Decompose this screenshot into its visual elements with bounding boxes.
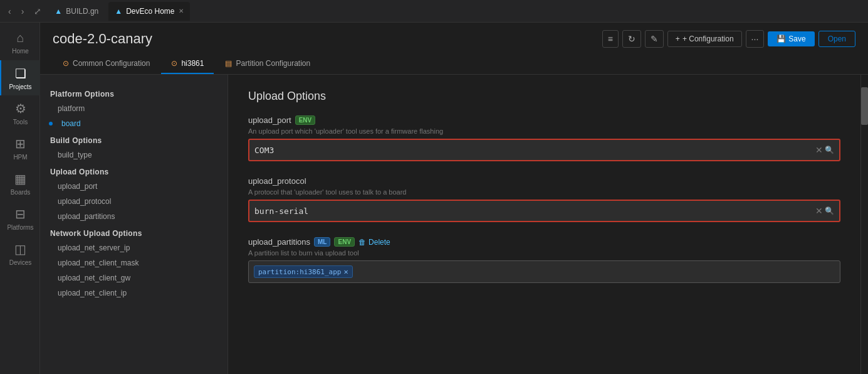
upload-protocol-description: A protocol that 'uploader' tool uses to … (248, 188, 840, 196)
upload-protocol-clear-button[interactable]: ✕ (813, 206, 825, 216)
edit-button[interactable]: ✎ (645, 30, 664, 48)
nav-section-platform-options: Platform Options (40, 85, 227, 101)
nav-section-build-options: Build Options (40, 131, 227, 147)
sidebar-label-tools: Tools (13, 119, 28, 126)
save-label: Save (788, 35, 805, 43)
main-layout: ⌂ Home ❏ Projects ⚙ Tools ⊞ HPM ▦ Boards… (0, 23, 868, 374)
nav-upload-net-client-mask-label: upload_net_client_mask (58, 259, 139, 267)
hi3861-tab-label: hi3861 (181, 59, 204, 68)
upload-protocol-input[interactable] (254, 206, 813, 216)
upload-protocol-label: upload_protocol (248, 176, 306, 186)
upload-protocol-search-button[interactable]: 🔍 (825, 206, 834, 215)
partition-tag-close-button[interactable]: ✕ (343, 267, 348, 276)
upload-partitions-ml-badge: ML (314, 237, 330, 247)
nav-section-network-upload-options: Network Upload Options (40, 224, 227, 240)
home-icon: ⌂ (16, 31, 24, 45)
more-options-button[interactable]: ··· (746, 30, 765, 48)
upload-partitions-description: A partition list to burn via upload tool (248, 249, 840, 257)
sidebar-item-boards[interactable]: ▦ Boards (0, 166, 40, 201)
upload-port-env-badge: ENV (295, 115, 316, 125)
upload-port-input[interactable] (254, 146, 813, 155)
nav-upload-net-server-ip-label: upload_net_server_ip (58, 243, 130, 252)
upload-partitions-label-row: upload_partitions ML ENV 🗑 Delete (248, 237, 840, 247)
tab-partition-configuration[interactable]: ▤ Partition Configuration (215, 54, 320, 74)
nav-item-upload-net-client-ip[interactable]: upload_net_client_ip (40, 286, 227, 301)
nav-item-upload-port[interactable]: upload_port (40, 179, 227, 194)
nav-back-button[interactable]: ‹ (5, 5, 14, 18)
page-title-row: code-2.0-canary ≡ ↻ ✎ + + Configuration … (53, 30, 855, 48)
upload-protocol-input-row: ✕ 🔍 (248, 200, 840, 222)
nav-item-build-type[interactable]: build_type (40, 147, 227, 163)
nav-item-upload-partitions[interactable]: upload_partitions (40, 209, 227, 224)
refresh-button[interactable]: ↻ (622, 30, 641, 48)
sidebar-item-projects[interactable]: ❏ Projects (0, 60, 40, 95)
upload-partitions-env-badge: ENV (334, 237, 355, 247)
title-bar: ‹ › ⤢ ▲ BUILD.gn ▲ DevEco Home ✕ (0, 0, 868, 23)
tab-build-gn-label: BUILD.gn (66, 7, 98, 16)
page-title: code-2.0-canary (53, 31, 152, 47)
tab-build-gn[interactable]: ▲ BUILD.gn (48, 2, 105, 21)
upload-partitions-delete-link[interactable]: 🗑 Delete (358, 238, 390, 247)
nav-upload-net-client-gw-label: upload_net_client_gw (58, 274, 130, 282)
save-icon: 💾 (776, 35, 786, 43)
tab-deveco-home[interactable]: ▲ DevEco Home ✕ (108, 2, 189, 21)
build-gn-icon: ▲ (55, 7, 62, 16)
hpm-icon: ⊞ (15, 136, 26, 151)
open-button[interactable]: Open (818, 31, 855, 47)
upload-port-label: upload_port (248, 115, 291, 125)
save-button[interactable]: 💾 Save (768, 31, 814, 46)
upload-port-description: An upload port which 'uploader' tool use… (248, 127, 840, 135)
expand-button[interactable]: ⤢ (31, 5, 44, 18)
sidebar-item-devices[interactable]: ◫ Devices (0, 236, 40, 271)
sidebar-item-hpm[interactable]: ⊞ HPM (0, 131, 40, 166)
tab-deveco-close-icon[interactable]: ✕ (179, 8, 184, 14)
nav-board-label: board (61, 119, 81, 128)
page-header: code-2.0-canary ≡ ↻ ✎ + + Configuration … (40, 23, 868, 75)
sidebar-icons: ⌂ Home ❏ Projects ⚙ Tools ⊞ HPM ▦ Boards… (0, 23, 40, 374)
nav-forward-button[interactable]: › (18, 5, 28, 18)
common-config-tab-icon: ⊙ (63, 59, 69, 68)
tab-hi3861[interactable]: ⊙ hi3861 (161, 54, 214, 74)
upload-options-heading: Upload Options (248, 90, 840, 103)
config-plus-icon: + (676, 35, 680, 43)
nav-item-platform[interactable]: platform (40, 101, 227, 116)
nav-upload-net-client-ip-label: upload_net_client_ip (58, 289, 127, 297)
upload-port-clear-button[interactable]: ✕ (813, 145, 825, 155)
sidebar-label-boards: Boards (11, 189, 31, 196)
delete-icon: 🗑 (358, 238, 366, 247)
sidebar-item-home[interactable]: ⌂ Home (0, 25, 40, 60)
nav-item-board[interactable]: board (40, 116, 227, 131)
projects-icon: ❏ (15, 66, 26, 81)
common-config-tab-label: Common Configuration (73, 59, 150, 68)
sidebar-label-hpm: HPM (13, 154, 27, 161)
upload-port-field-block: upload_port ENV An upload port which 'up… (248, 115, 840, 161)
sidebar-item-platforms[interactable]: ⊟ Platforms (0, 201, 40, 236)
nav-platform-label: platform (58, 104, 85, 113)
nav-item-upload-protocol[interactable]: upload_protocol (40, 194, 227, 209)
scrollbar-thumb[interactable] (861, 87, 868, 125)
configuration-button[interactable]: + + Configuration (667, 31, 742, 47)
upload-port-search-button[interactable]: 🔍 (825, 146, 834, 154)
upload-partitions-label: upload_partitions (248, 237, 310, 247)
upload-partitions-input-row[interactable]: partition:hi3861_app ✕ (248, 260, 840, 283)
list-view-button[interactable]: ≡ (602, 30, 619, 48)
platforms-icon: ⊟ (15, 206, 26, 222)
vertical-scrollbar[interactable] (860, 75, 868, 374)
tab-common-configuration[interactable]: ⊙ Common Configuration (53, 54, 160, 74)
nav-upload-partitions-label: upload_partitions (58, 212, 115, 221)
partition-config-tab-icon: ▤ (225, 59, 232, 68)
nav-item-upload-net-client-mask[interactable]: upload_net_client_mask (40, 255, 227, 270)
nav-item-upload-net-server-ip[interactable]: upload_net_server_ip (40, 240, 227, 255)
nav-item-upload-net-client-gw[interactable]: upload_net_client_gw (40, 270, 227, 286)
delete-label: Delete (369, 238, 390, 247)
config-tabs-row: ⊙ Common Configuration ⊙ hi3861 ▤ Partit… (53, 54, 855, 74)
header-actions: ≡ ↻ ✎ + + Configuration ··· 💾 Save Open (602, 30, 855, 48)
upload-protocol-label-row: upload_protocol (248, 176, 840, 186)
sidebar-item-tools[interactable]: ⚙ Tools (0, 95, 40, 131)
left-nav: Platform Options platform board Build Op… (40, 75, 228, 374)
nav-upload-protocol-label: upload_protocol (58, 197, 111, 206)
partition-config-tab-label: Partition Configuration (236, 59, 310, 68)
sidebar-label-projects: Projects (9, 83, 31, 90)
content-area: code-2.0-canary ≡ ↻ ✎ + + Configuration … (40, 23, 868, 374)
upload-port-label-row: upload_port ENV (248, 115, 840, 125)
